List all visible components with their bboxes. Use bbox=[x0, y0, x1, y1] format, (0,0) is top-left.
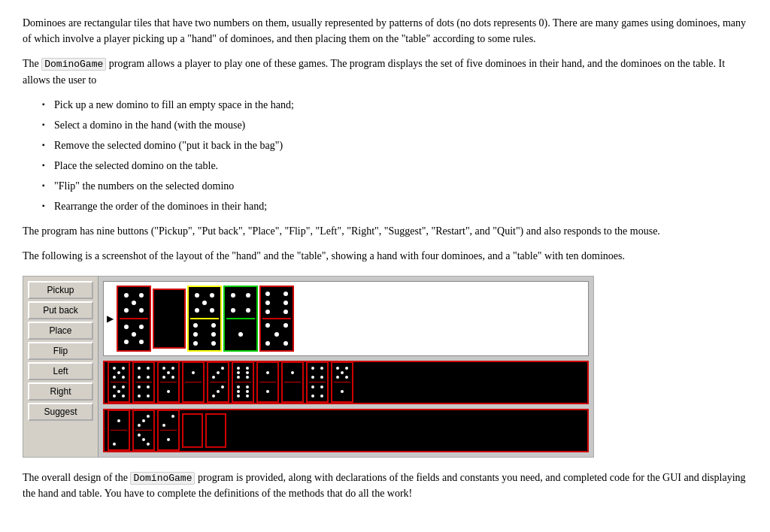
table-row-1 bbox=[103, 361, 589, 404]
game-screenshot: Pickup Put back Place Flip Left Right Su… bbox=[23, 276, 594, 458]
intro-paragraph: Dominoes are rectangular tiles that have… bbox=[23, 15, 747, 47]
table-domino-8 bbox=[281, 361, 304, 403]
table-domino-7 bbox=[256, 361, 279, 403]
hand-domino-4[interactable] bbox=[223, 286, 258, 352]
putback-button[interactable]: Put back bbox=[28, 301, 93, 319]
table-r2-domino-2 bbox=[132, 410, 155, 451]
overall-paragraph: The overall design of the DominoGame pro… bbox=[23, 470, 747, 502]
list-item: Select a domino in the hand (with the mo… bbox=[45, 117, 747, 133]
program-name-inline: DominoGame bbox=[41, 58, 106, 71]
program-intro-paragraph: The DominoGame program allows a player t… bbox=[23, 56, 747, 88]
game-area: ▶ bbox=[99, 277, 593, 457]
table-domino-10 bbox=[331, 361, 353, 403]
list-item: Place the selected domino on the table. bbox=[45, 158, 747, 174]
list-item: Rearrange the order of the dominoes in t… bbox=[45, 198, 747, 214]
table-empty-2 bbox=[205, 413, 226, 448]
table-domino-6 bbox=[232, 361, 254, 403]
table-domino-4 bbox=[182, 361, 205, 403]
hand-empty-slot bbox=[153, 289, 186, 349]
table-domino-1 bbox=[108, 361, 130, 403]
table-r2-domino-1 bbox=[108, 410, 130, 451]
list-item: Remove the selected domino ("put it back… bbox=[45, 138, 747, 153]
table-domino-5 bbox=[207, 361, 229, 403]
screenshot-paragraph: The following is a screenshot of the lay… bbox=[23, 248, 747, 264]
list-item: Pick up a new domino to fill an empty sp… bbox=[45, 97, 747, 113]
pickup-button[interactable]: Pickup bbox=[28, 281, 93, 299]
hand-domino-1[interactable] bbox=[117, 286, 151, 352]
place-button[interactable]: Place bbox=[28, 322, 93, 340]
right-button[interactable]: Right bbox=[28, 382, 93, 401]
overall-program-name: DominoGame bbox=[130, 472, 195, 485]
table-empty-1 bbox=[182, 413, 203, 448]
left-button[interactable]: Left bbox=[28, 362, 93, 380]
table-domino-3 bbox=[157, 361, 180, 403]
flip-button[interactable]: Flip bbox=[28, 342, 93, 360]
arrow-indicator: ▶ bbox=[107, 312, 114, 325]
suggest-button[interactable]: Suggest bbox=[28, 403, 93, 421]
list-item: "Flip" the numbers on the selected domin… bbox=[45, 178, 747, 194]
hand-domino-3[interactable] bbox=[187, 286, 222, 352]
table-domino-9 bbox=[306, 361, 329, 403]
button-panel: Pickup Put back Place Flip Left Right Su… bbox=[23, 277, 99, 457]
table-domino-2 bbox=[132, 361, 155, 403]
buttons-paragraph: The program has nine buttons ("Pickup", … bbox=[23, 223, 747, 239]
hand-domino-5[interactable] bbox=[259, 286, 294, 352]
table-row-2 bbox=[103, 409, 589, 452]
hand-area: ▶ bbox=[103, 281, 589, 356]
table-r2-domino-3 bbox=[157, 410, 180, 451]
features-list: Pick up a new domino to fill an empty sp… bbox=[45, 97, 747, 214]
